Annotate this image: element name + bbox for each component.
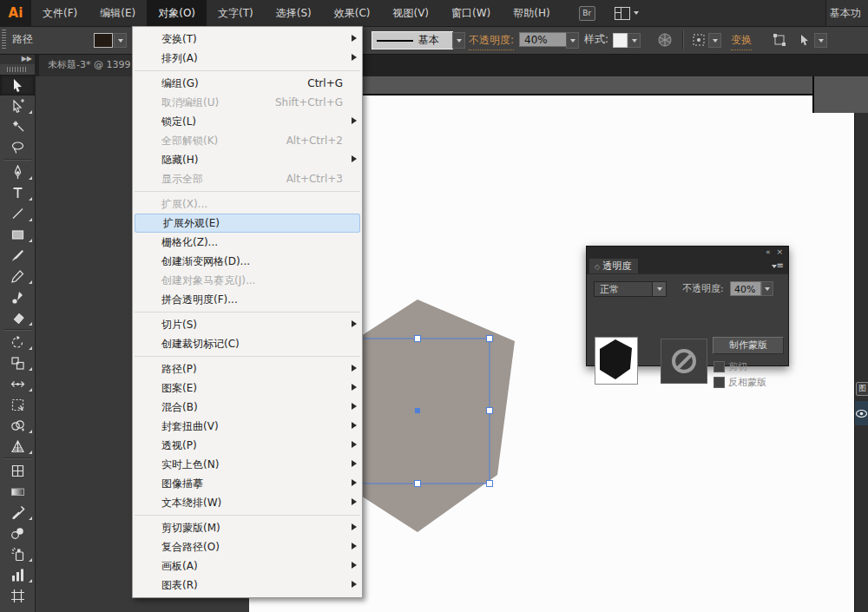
close-panel-icon[interactable]: × — [776, 247, 785, 256]
collapse-panel-icon[interactable]: « — [766, 247, 773, 256]
object-menu-item[interactable]: 图像描摹 — [133, 474, 362, 493]
object-menu-item[interactable]: 图表(R) — [133, 576, 362, 595]
menubar-item[interactable]: 选择(S) — [265, 0, 323, 26]
control-bar-grip[interactable] — [2, 30, 6, 50]
panel-menu-icon[interactable]: ≡ — [768, 260, 784, 271]
symbol-sprayer-tool[interactable] — [0, 543, 35, 564]
arrange-documents-button[interactable] — [615, 7, 639, 20]
object-menu-item: 显示全部Alt+Ctrl+3 — [133, 169, 362, 188]
menubar-item[interactable]: 帮助(H) — [502, 0, 561, 26]
panel-opacity-field[interactable]: 40% — [730, 281, 761, 296]
tool-separator — [3, 159, 31, 161]
panel-cycle-icon: ◇ — [595, 263, 600, 271]
select-similar-icon[interactable] — [799, 33, 812, 47]
style-swatch[interactable] — [613, 33, 628, 48]
perspective-grid-tool[interactable] — [0, 436, 35, 457]
toolbar-grip[interactable] — [7, 67, 28, 72]
menu-item-label: 封套扭曲(V) — [161, 419, 219, 434]
object-menu-item[interactable]: 拼合透明度(F)... — [133, 290, 362, 309]
transform-label[interactable]: 变换 — [731, 30, 752, 50]
object-menu-item[interactable]: 混合(B) — [133, 398, 362, 417]
lasso-tool[interactable] — [0, 137, 35, 158]
tools-panel: ▶▶ — [0, 54, 36, 612]
direct-selection-tool[interactable] — [0, 95, 35, 116]
layers-panel-icon[interactable]: 图 — [856, 382, 868, 396]
blend-mode-dropdown[interactable]: 正常 — [594, 281, 667, 297]
gradient-tool[interactable] — [0, 481, 35, 502]
fill-color-swatch[interactable] — [94, 33, 113, 48]
stroke-profile-widget[interactable]: 基本 — [372, 31, 453, 49]
mesh-tool[interactable] — [0, 460, 35, 481]
bounding-box-icon[interactable] — [773, 33, 786, 47]
object-thumbnail[interactable] — [595, 337, 638, 385]
eraser-tool[interactable] — [0, 307, 35, 328]
rotate-tool[interactable] — [0, 332, 35, 352]
style-dropdown[interactable] — [628, 33, 641, 48]
pen-tool[interactable] — [0, 161, 35, 182]
object-menu-item[interactable]: 图案(E) — [133, 378, 362, 398]
paintbrush-tool[interactable] — [0, 245, 35, 266]
submenu-arrow-icon — [352, 441, 357, 448]
object-menu-item[interactable]: 扩展外观(E) — [135, 214, 360, 233]
line-segment-tool[interactable] — [0, 203, 35, 224]
panel-opacity-dropdown[interactable] — [761, 281, 773, 296]
clip-checkbox[interactable] — [713, 361, 725, 372]
workspace-switcher[interactable]: 基本功能 — [825, 0, 868, 26]
width-tool[interactable] — [0, 373, 35, 394]
type-tool[interactable] — [0, 182, 35, 203]
menubar-item[interactable]: 文件(F) — [31, 0, 89, 26]
object-menu-item[interactable]: 排列(A) — [133, 49, 362, 68]
isolate-dropdown[interactable] — [708, 33, 721, 48]
artboard-tool[interactable] — [0, 585, 35, 606]
pencil-tool[interactable] — [0, 266, 35, 286]
menubar-item[interactable]: 编辑(E) — [89, 0, 147, 26]
object-menu-item[interactable]: 封套扭曲(V) — [133, 417, 362, 436]
menu-item-label: 透视(P) — [161, 438, 197, 453]
menubar-item[interactable]: 视图(V) — [381, 0, 440, 26]
make-mask-button[interactable]: 制作蒙版 — [713, 337, 784, 354]
menubar-item[interactable]: 效果(C) — [323, 0, 382, 26]
bridge-button[interactable]: Br — [579, 6, 595, 21]
select-similar-dropdown[interactable] — [814, 33, 827, 48]
selection-tool[interactable] — [0, 75, 35, 95]
collapse-toolbar-icon[interactable]: ▶▶ — [0, 54, 35, 64]
opacity-label[interactable]: 不透明度: — [469, 30, 514, 50]
fill-color-dropdown[interactable] — [114, 33, 127, 48]
menubar-item[interactable]: 窗口(W) — [440, 0, 502, 26]
menubar-item[interactable]: 文字(T) — [207, 0, 265, 26]
isolate-selected-icon[interactable] — [692, 33, 706, 47]
recolor-artwork-icon[interactable] — [658, 33, 672, 47]
eye-icon[interactable] — [855, 401, 868, 425]
object-menu-item[interactable]: 隐藏(H) — [133, 150, 362, 169]
rectangle-tool[interactable] — [0, 224, 35, 245]
scale-tool[interactable] — [0, 352, 35, 373]
object-menu-item[interactable]: 剪切蒙版(M) — [133, 518, 362, 537]
object-menu-item[interactable]: 创建裁切标记(C) — [133, 334, 362, 353]
object-menu-item[interactable]: 透视(P) — [133, 436, 362, 455]
object-menu-item[interactable]: 变换(T) — [133, 30, 362, 49]
stroke-profile-dropdown[interactable] — [452, 32, 465, 49]
eyedropper-tool[interactable] — [0, 502, 35, 523]
object-menu-item[interactable]: 实时上色(N) — [133, 455, 362, 474]
free-transform-tool[interactable] — [0, 394, 35, 415]
object-menu-item[interactable]: 切片(S) — [133, 315, 362, 334]
object-menu-item[interactable]: 编组(G)Ctrl+G — [133, 74, 362, 93]
object-menu-item[interactable]: 栅格化(Z)... — [133, 233, 362, 252]
invert-mask-checkbox[interactable] — [713, 377, 725, 388]
object-menu-item[interactable]: 锁定(L) — [133, 112, 362, 131]
shape-builder-tool[interactable] — [0, 415, 35, 436]
blend-tool[interactable] — [0, 523, 35, 543]
object-menu-item[interactable]: 创建渐变网格(D)... — [133, 252, 362, 271]
mask-thumbnail-empty[interactable] — [661, 339, 707, 384]
opacity-field[interactable]: 40% — [519, 32, 567, 47]
object-menu-item[interactable]: 画板(A) — [133, 556, 362, 576]
column-graph-tool[interactable] — [0, 564, 35, 585]
object-menu-item[interactable]: 路径(P) — [133, 359, 362, 378]
object-menu-item[interactable]: 文本绕排(W) — [133, 493, 362, 512]
blob-brush-tool[interactable] — [0, 286, 35, 307]
tab-transparency[interactable]: ◇透明度 — [589, 259, 638, 273]
opacity-dropdown[interactable] — [566, 32, 579, 49]
menubar-item[interactable]: 对象(O) — [147, 0, 207, 26]
object-menu-item[interactable]: 复合路径(O) — [133, 537, 362, 556]
magic-wand-tool[interactable] — [0, 116, 35, 137]
